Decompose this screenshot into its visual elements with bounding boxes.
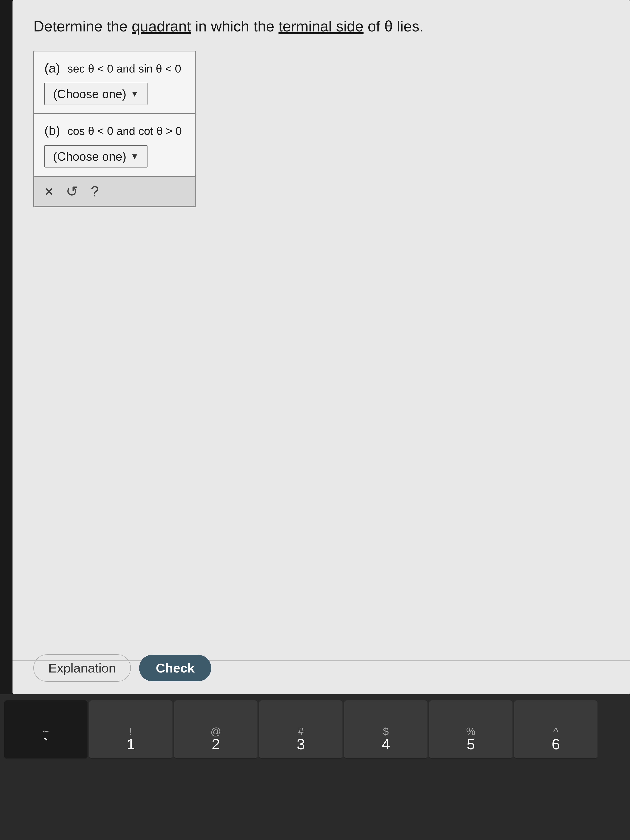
- key-2[interactable]: @ 2: [174, 700, 257, 759]
- key-3[interactable]: # 3: [259, 700, 343, 759]
- key-1-number: 1: [127, 737, 135, 752]
- part-b: (b) cos θ < 0 and cot θ > 0 (Choose one)…: [34, 114, 195, 176]
- undo-icon[interactable]: ↺: [66, 183, 78, 200]
- part-b-dropdown-container: (Choose one) ▼: [44, 145, 147, 167]
- part-a: (a) sec θ < 0 and sin θ < 0 (Choose one)…: [34, 52, 195, 114]
- screen: Determine the quadrant in which the term…: [13, 0, 630, 694]
- question-box: (a) sec θ < 0 and sin θ < 0 (Choose one)…: [33, 51, 196, 207]
- part-a-dropdown-label: (Choose one): [53, 87, 126, 101]
- part-b-dropdown-arrow: ▼: [130, 152, 139, 161]
- key-hash-symbol: #: [298, 726, 304, 737]
- key-5[interactable]: % 5: [429, 700, 513, 759]
- key-2-number: 2: [212, 737, 220, 752]
- part-a-dropdown-arrow: ▼: [130, 89, 139, 98]
- check-button[interactable]: Check: [139, 655, 211, 681]
- key-at-symbol: @: [211, 726, 221, 737]
- part-a-condition: sec θ < 0 and sin θ < 0: [67, 62, 181, 75]
- part-b-dropdown[interactable]: (Choose one) ▼: [44, 145, 147, 167]
- key-1[interactable]: ! 1: [89, 700, 172, 759]
- key-6-number: 6: [552, 737, 560, 752]
- key-backtick-char: `: [43, 737, 48, 752]
- key-caret-symbol: ^: [553, 726, 558, 737]
- content-area: Determine the quadrant in which the term…: [13, 0, 630, 694]
- key-4-number: 4: [382, 737, 390, 752]
- action-bar: × ↺ ?: [34, 176, 195, 207]
- clear-icon[interactable]: ×: [45, 183, 53, 200]
- part-a-dropdown-container: (Choose one) ▼: [44, 83, 147, 105]
- terminal-side-link[interactable]: terminal side: [278, 18, 363, 35]
- key-5-number: 5: [467, 737, 475, 752]
- key-4[interactable]: $ 4: [344, 700, 428, 759]
- problem-title: Determine the quadrant in which the term…: [33, 17, 609, 36]
- part-b-label: (b) cos θ < 0 and cot θ > 0: [44, 122, 185, 139]
- part-b-dropdown-label: (Choose one): [53, 149, 126, 163]
- keyboard: ~ ` ! 1 @ 2 # 3 $ 4 % 5 ^ 6: [0, 694, 630, 840]
- key-percent-symbol: %: [466, 726, 475, 737]
- key-dollar-symbol: $: [383, 726, 389, 737]
- quadrant-link[interactable]: quadrant: [132, 18, 191, 35]
- key-6[interactable]: ^ 6: [514, 700, 597, 759]
- key-tilde-symbol: ~: [43, 726, 49, 737]
- part-a-dropdown[interactable]: (Choose one) ▼: [44, 83, 147, 105]
- help-icon[interactable]: ?: [91, 183, 99, 200]
- key-3-number: 3: [297, 737, 305, 752]
- key-exclaim-symbol: !: [129, 726, 132, 737]
- explanation-button[interactable]: Explanation: [33, 654, 131, 682]
- key-tilde[interactable]: ~ `: [4, 700, 87, 759]
- part-a-label: (a) sec θ < 0 and sin θ < 0: [44, 60, 185, 77]
- bottom-bar: Explanation Check: [33, 654, 609, 682]
- part-b-condition: cos θ < 0 and cot θ > 0: [67, 125, 182, 137]
